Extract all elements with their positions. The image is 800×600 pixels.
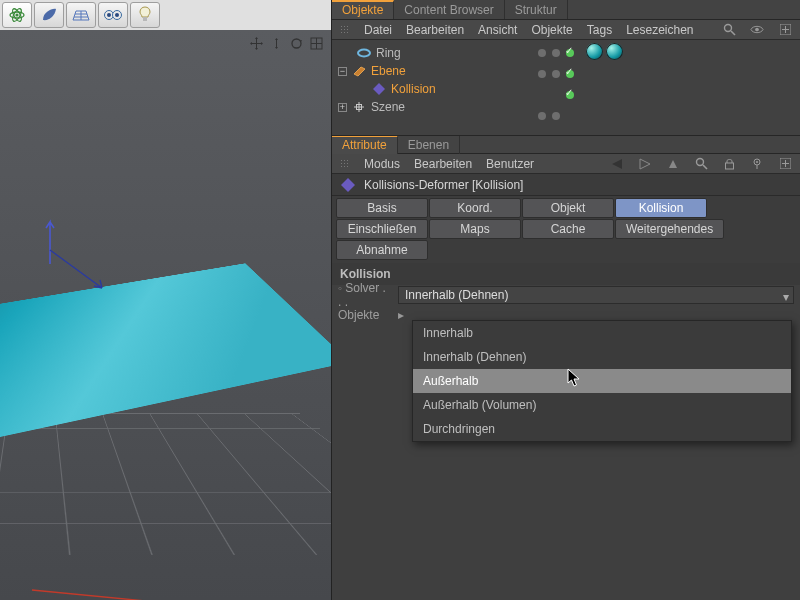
dd-item-innerhalb-dehnen[interactable]: Innerhalb (Dehnen) [413, 345, 791, 369]
material-tag[interactable] [606, 43, 623, 60]
search-icon[interactable] [722, 23, 736, 37]
tab-content-browser[interactable]: Content Browser [394, 0, 504, 19]
svg-point-11 [724, 25, 731, 32]
expand-icon[interactable] [778, 23, 792, 37]
tree-item-kollision[interactable]: Kollision [391, 82, 436, 96]
enable-toggle[interactable] [566, 70, 574, 78]
tab-struktur[interactable]: Struktur [505, 0, 568, 19]
menu-datei[interactable]: Datei [364, 23, 392, 37]
svg-rect-8 [143, 17, 147, 21]
menu-bearbeiten[interactable]: Bearbeiten [406, 23, 464, 37]
tool-atom-icon[interactable] [2, 2, 32, 28]
dd-item-durchdringen[interactable]: Durchdringen [413, 417, 791, 441]
attribute-title: Kollisions-Deformer [Kollision] [364, 178, 523, 192]
svg-point-14 [358, 50, 370, 57]
vis-dot[interactable] [552, 49, 560, 57]
menu-modus[interactable]: Modus [364, 157, 400, 171]
eye-icon[interactable] [750, 23, 764, 37]
menu-benutzer[interactable]: Benutzer [486, 157, 534, 171]
object-manager-menubar: Datei Bearbeiten Ansicht Objekte Tags Le… [332, 20, 800, 40]
attribute-menubar: Modus Bearbeiten Benutzer [332, 154, 800, 174]
grip-icon[interactable] [340, 159, 350, 169]
viewport-nav-icons [249, 36, 323, 50]
menu-tags[interactable]: Tags [587, 23, 612, 37]
collapse-icon[interactable]: − [338, 67, 347, 76]
axis-x-arrow [30, 570, 290, 600]
object-tree[interactable]: Ring −Ebene Kollision +Szene [332, 40, 800, 136]
solver-select[interactable]: Innerhalb (Dehnen) ▾ [398, 286, 794, 304]
attribute-header: Kollisions-Deformer [Kollision] [332, 174, 800, 196]
vis-dot[interactable] [552, 112, 560, 120]
attribute-subtabs: Basis Koord. Objekt Kollision Einschließ… [332, 196, 800, 263]
tab-objekte[interactable]: Objekte [332, 0, 394, 19]
expand-icon[interactable] [778, 157, 792, 171]
tool-leaf-icon[interactable] [34, 2, 64, 28]
grid-floor [0, 413, 331, 554]
dd-item-ausserhalb[interactable]: Außerhalb [413, 369, 791, 393]
enable-toggle[interactable] [566, 91, 574, 99]
enable-toggle[interactable] [566, 49, 574, 57]
torus-icon [357, 46, 371, 60]
subtab-weitergehendes[interactable]: Weitergehendes [615, 219, 724, 239]
search-icon[interactable] [694, 157, 708, 171]
object-manager-tabs: Objekte Content Browser Struktur [332, 0, 800, 20]
material-tag[interactable] [586, 43, 603, 60]
menu-ansicht[interactable]: Ansicht [478, 23, 517, 37]
tool-eyes-icon[interactable] [98, 2, 128, 28]
vis-dot[interactable] [538, 70, 546, 78]
grip-icon[interactable] [340, 25, 350, 35]
svg-point-16 [696, 159, 703, 166]
tool-grid-icon[interactable] [66, 2, 96, 28]
deformer-icon [372, 82, 386, 96]
visibility-column [538, 44, 574, 125]
svg-point-9 [292, 39, 301, 48]
nav-up-icon[interactable] [666, 157, 680, 171]
chevron-right-icon[interactable]: ▸ [398, 308, 404, 322]
dd-item-innerhalb[interactable]: Innerhalb [413, 321, 791, 345]
pin-icon[interactable] [750, 157, 764, 171]
tree-item-ebene[interactable]: Ebene [371, 64, 406, 78]
tree-item-szene[interactable]: Szene [371, 100, 405, 114]
subtab-cache[interactable]: Cache [522, 219, 614, 239]
chevron-down-icon: ▾ [783, 290, 789, 304]
svg-point-12 [755, 28, 759, 32]
subtab-kollision[interactable]: Kollision [615, 198, 707, 218]
subtab-koord[interactable]: Koord. [429, 198, 521, 218]
vis-dot[interactable] [552, 70, 560, 78]
plane-icon [352, 64, 366, 78]
tab-ebenen[interactable]: Ebenen [398, 135, 460, 154]
menu-objekte[interactable]: Objekte [531, 23, 572, 37]
svg-point-3 [15, 13, 18, 16]
menu-bearbeiten2[interactable]: Bearbeiten [414, 157, 472, 171]
solver-value: Innerhalb (Dehnen) [405, 288, 508, 302]
move-icon[interactable] [249, 36, 263, 50]
nav-back-icon[interactable] [610, 157, 624, 171]
attribute-tabs: Attribute Ebenen [332, 136, 800, 154]
subtab-einschliessen[interactable]: Einschließen [336, 219, 428, 239]
subtab-basis[interactable]: Basis [336, 198, 428, 218]
svg-point-7 [115, 13, 119, 17]
layout-icon[interactable] [309, 36, 323, 50]
expand-szene-icon[interactable]: + [338, 103, 347, 112]
tree-item-ring[interactable]: Ring [376, 46, 401, 60]
vis-dot[interactable] [538, 112, 546, 120]
tab-attribute[interactable]: Attribute [332, 135, 398, 154]
lock-icon[interactable] [722, 157, 736, 171]
rotate-icon[interactable] [289, 36, 303, 50]
tool-bulb-icon[interactable] [130, 2, 160, 28]
zoom-icon[interactable] [269, 36, 283, 50]
svg-point-19 [756, 161, 758, 163]
menu-lesezeichen[interactable]: Lesezeichen [626, 23, 693, 37]
dd-item-ausserhalb-volumen[interactable]: Außerhalb (Volumen) [413, 393, 791, 417]
section-kollision: Kollision [332, 263, 800, 285]
subtab-maps[interactable]: Maps [429, 219, 521, 239]
nav-fwd-icon[interactable] [638, 157, 652, 171]
null-icon [352, 100, 366, 114]
viewport-3d[interactable] [0, 30, 331, 600]
subtab-objekt[interactable]: Objekt [522, 198, 614, 218]
deformer-icon [340, 177, 356, 193]
subtab-abnahme[interactable]: Abnahme [336, 240, 428, 260]
viewport-panel [0, 0, 332, 600]
solver-dropdown[interactable]: Innerhalb Innerhalb (Dehnen) Außerhalb A… [412, 320, 792, 442]
vis-dot[interactable] [538, 49, 546, 57]
